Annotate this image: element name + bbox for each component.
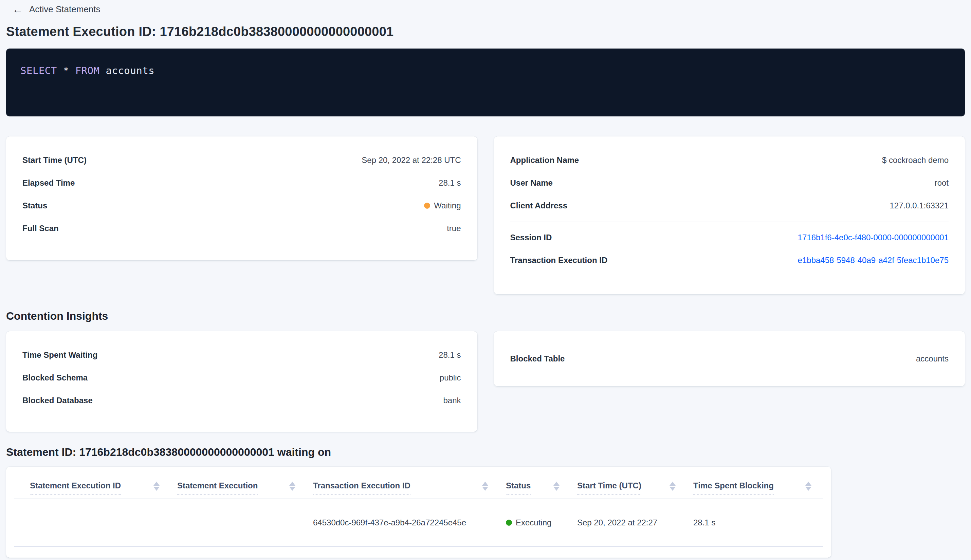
client-address-row: Client Address 127.0.0.1:63321	[510, 199, 949, 212]
sql-statement-text: SELECT * FROM accounts	[20, 65, 951, 77]
sql-table-name: accounts	[100, 65, 155, 77]
execution-overview-card: Start Time (UTC) Sep 20, 2022 at 22:28 U…	[6, 137, 477, 260]
application-name-label: Application Name	[510, 153, 579, 167]
blocked-table-card: Blocked Table accounts	[494, 331, 965, 386]
column-header-label[interactable]: Statement Execution ID	[30, 481, 121, 495]
blocked-schema-value: public	[440, 371, 461, 385]
waiting-status-dot-icon	[424, 203, 430, 209]
status-value: Waiting	[434, 199, 461, 212]
sql-keyword-select: SELECT	[20, 65, 57, 77]
blocked-table-value: accounts	[916, 352, 949, 365]
blocked-schema-label: Blocked Schema	[22, 371, 88, 385]
transaction-execution-id-label: Transaction Execution ID	[510, 253, 608, 267]
column-header-time-spent-blocking[interactable]: Time Spent Blocking	[678, 481, 814, 498]
column-header-label[interactable]: Start Time (UTC)	[577, 481, 641, 495]
cell-status: Executing	[490, 518, 562, 527]
session-id-row: Session ID 1716b1f6-4e0c-f480-0000-00000…	[510, 231, 949, 244]
back-link-active-statements[interactable]: Active Statements	[29, 4, 100, 15]
table-header-row: Statement Execution ID Statement Executi…	[14, 467, 823, 499]
elapsed-time-label: Elapsed Time	[22, 176, 75, 190]
time-spent-waiting-label: Time Spent Waiting	[22, 348, 97, 362]
client-address-label: Client Address	[510, 199, 567, 212]
full-scan-label: Full Scan	[22, 222, 59, 235]
contention-details-card: Time Spent Waiting 28.1 s Blocked Schema…	[6, 331, 477, 432]
sort-icon[interactable]	[289, 481, 295, 491]
status-label: Status	[22, 199, 47, 212]
elapsed-time-value: 28.1 s	[439, 176, 461, 190]
column-header-label[interactable]: Time Spent Blocking	[693, 481, 774, 495]
column-header-label[interactable]: Status	[506, 481, 531, 495]
full-scan-row: Full Scan true	[22, 222, 461, 235]
blocked-database-row: Blocked Database bank	[22, 394, 461, 407]
back-arrow-icon[interactable]: ←	[12, 4, 23, 15]
transaction-execution-id-row: Transaction Execution ID e1bba458-5948-4…	[510, 253, 949, 267]
waiting-statements-table: Statement Execution ID Statement Executi…	[6, 467, 831, 558]
blocked-schema-row: Blocked Schema public	[22, 371, 461, 385]
status-row: Status Waiting	[22, 199, 461, 212]
blocked-database-value: bank	[443, 394, 461, 407]
application-name-row: Application Name $ cockroach demo	[510, 153, 949, 167]
user-name-row: User Name root	[510, 176, 949, 190]
sort-icon[interactable]	[669, 481, 676, 491]
start-time-row: Start Time (UTC) Sep 20, 2022 at 22:28 U…	[22, 153, 461, 167]
sort-icon[interactable]	[554, 481, 559, 491]
start-time-value: Sep 20, 2022 at 22:28 UTC	[362, 153, 461, 167]
session-info-card: Application Name $ cockroach demo User N…	[494, 137, 965, 294]
waiting-on-heading: Statement ID: 1716b218dc0b38380000000000…	[6, 446, 965, 458]
sql-keyword-from: FROM	[75, 65, 100, 77]
sql-star: *	[57, 65, 75, 77]
column-header-transaction-execution-id[interactable]: Transaction Execution ID	[297, 481, 490, 498]
sort-icon[interactable]	[153, 481, 160, 491]
contention-insights-heading: Contention Insights	[6, 310, 965, 322]
statement-execution-details-page: ← Active Statements Statement Execution …	[0, 0, 971, 560]
client-address-value: 127.0.0.1:63321	[890, 199, 949, 212]
cell-transaction-execution-id: 64530d0c-969f-437e-a9b4-26a72245e45e	[297, 518, 490, 527]
executing-status-dot-icon	[506, 520, 512, 526]
sort-icon[interactable]	[482, 481, 488, 491]
column-header-label[interactable]: Transaction Execution ID	[313, 481, 410, 495]
column-header-start-time[interactable]: Start Time (UTC)	[562, 481, 678, 498]
table-row: 64530d0c-969f-437e-a9b4-26a72245e45e Exe…	[14, 499, 823, 547]
time-spent-waiting-row: Time Spent Waiting 28.1 s	[22, 348, 461, 362]
start-time-label: Start Time (UTC)	[22, 153, 87, 167]
session-id-label: Session ID	[510, 231, 552, 244]
sort-icon[interactable]	[805, 481, 811, 491]
time-spent-waiting-value: 28.1 s	[439, 348, 461, 362]
column-header-label[interactable]: Statement Execution	[177, 481, 258, 495]
full-scan-value: true	[447, 222, 461, 235]
status-value-wrap: Waiting	[424, 199, 461, 212]
session-id-link[interactable]: 1716b1f6-4e0c-f480-0000-000000000001	[798, 231, 949, 244]
user-name-value: root	[935, 176, 949, 190]
blocked-table-row: Blocked Table accounts	[510, 352, 949, 365]
elapsed-time-row: Elapsed Time 28.1 s	[22, 176, 461, 190]
cell-start-time: Sep 20, 2022 at 22:27	[562, 518, 678, 527]
application-name-value: $ cockroach demo	[882, 153, 949, 167]
column-header-statement-execution-id[interactable]: Statement Execution ID	[14, 481, 162, 498]
column-header-statement-execution[interactable]: Statement Execution	[162, 481, 297, 498]
cell-status-value: Executing	[516, 518, 551, 527]
sql-statement-box: SELECT * FROM accounts	[6, 48, 965, 117]
user-name-label: User Name	[510, 176, 553, 190]
cell-time-spent-blocking: 28.1 s	[678, 518, 814, 527]
breadcrumb: ← Active Statements	[6, 3, 965, 16]
transaction-execution-id-link[interactable]: e1bba458-5948-40a9-a42f-5feac1b10e75	[798, 253, 949, 267]
column-header-status[interactable]: Status	[490, 481, 562, 498]
card-divider	[510, 222, 949, 222]
blocked-table-label: Blocked Table	[510, 352, 565, 365]
page-title: Statement Execution ID: 1716b218dc0b3838…	[6, 25, 965, 39]
blocked-database-label: Blocked Database	[22, 394, 93, 407]
